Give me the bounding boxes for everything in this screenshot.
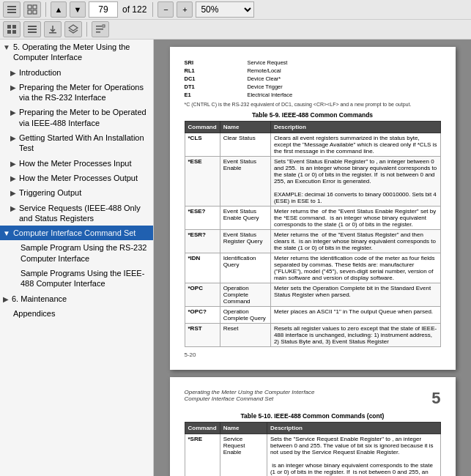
command-cell: *CLS [185, 133, 220, 157]
table-row: *RST Reset Resets all register values to… [185, 324, 440, 347]
desc-cell: Sets "Event Status Enable Register" to ,… [270, 157, 440, 207]
table-row: *ESE? Event Status Enable Query Meter re… [185, 207, 440, 230]
sidebar-item-processes-output[interactable]: ▶ How the Meter Processes Output [0, 171, 153, 185]
chevron-right-icon: ▶ [10, 204, 16, 213]
zoom-select[interactable]: 50% 75% 100% 125% 150% [196, 1, 254, 18]
table-row: *ESR? Event Status Register Query Meter … [185, 230, 440, 253]
sidebar-item-service-requests[interactable]: ▶ Service Requests (IEEE-488 Only and St… [0, 201, 153, 226]
svg-rect-10 [12, 30, 16, 34]
sidebar-item-label: Service Requests (IEEE-488 Only and Stat… [19, 203, 150, 224]
command-cell: *OPC? [185, 307, 220, 324]
svg-rect-9 [7, 30, 11, 34]
table-row: *OPC? Operation Complete Query Meter pla… [185, 307, 440, 324]
pre-table-content: SRIService RequestRL1Remote/LocalDC1Devi… [185, 59, 441, 107]
desc-cell: Meter returns the of the "Event Status R… [270, 230, 440, 253]
signal-row: DT1Device Trigger [185, 83, 441, 91]
table-header-cell: Description [267, 423, 440, 434]
name-cell: Event Status Register Query [220, 230, 270, 253]
toc-toggle-button[interactable] [3, 1, 21, 18]
svg-rect-5 [28, 10, 31, 14]
chevron-right-icon: ▶ [10, 108, 16, 117]
name-cell: Reset [220, 324, 270, 347]
table-title-1: Table 5-9. IEEE-488 Common Commands [185, 111, 441, 119]
chevron-right-icon: ▶ [10, 68, 16, 78]
svg-rect-4 [33, 5, 37, 9]
command-cell: *ESE [185, 157, 220, 207]
svg-rect-7 [7, 25, 11, 29]
svg-rect-0 [7, 6, 16, 7]
desc-cell: Sets the "Service Request Enable Registe… [267, 434, 440, 477]
page2-header-left-bottom: Computer Interface Command Set [185, 395, 315, 402]
sidebar-item-label: Computer Interface Command Set [13, 228, 150, 238]
chevron-right-icon: ▶ [10, 133, 16, 143]
sidebar-item-sample-rs232[interactable]: Sample Program Using the RS-232 Computer… [0, 240, 153, 266]
command-cell: *ESR? [185, 230, 220, 253]
name-cell: Clear Status [220, 133, 270, 157]
chevron-right-icon: ▶ [3, 294, 9, 304]
sidebar-item-label: 6. Maintenance [12, 294, 150, 304]
svg-rect-2 [7, 12, 16, 13]
zoom-in-button[interactable]: + [177, 1, 193, 18]
sidebar-item-label: Getting Started With An Installation Tes… [19, 133, 150, 154]
sidebar-item-appendices[interactable]: Appendices [0, 306, 153, 321]
name-cell: Operation Complete Query [220, 307, 270, 324]
table-header-cell: Description [270, 122, 440, 133]
sidebar-item-ch6[interactable]: ▶ 6. Maintenance [0, 291, 153, 306]
signal-row: RL1Remote/Local [185, 67, 441, 75]
desc-cell: Clears all event registers summarized in… [270, 133, 440, 157]
sidebar-item-prep-ieee[interactable]: ▶ Preparing the Meter to be Operated via… [0, 105, 153, 130]
sidebar-item-ch5[interactable]: ▼ 5. Operating the Meter Using the Compu… [0, 40, 153, 65]
command-cell: *SRE [185, 434, 220, 477]
sidebar-item-computer-interface[interactable]: ▼ Computer Interface Command Set [0, 226, 153, 240]
sidebar-item-label: How the Meter Processes Output [19, 173, 150, 183]
table-row: *IDN Identification Query Meter returns … [185, 253, 440, 283]
sidebar-item-label: Appendices [3, 308, 150, 319]
layers-button[interactable] [64, 21, 82, 37]
svg-rect-16 [96, 26, 102, 27]
page-note: *C (CNTRL C) is the RS-232 equivalent of… [185, 102, 441, 107]
table-row: *SRE Service Request Enable Sets the "Se… [185, 434, 440, 477]
toolbar-secondary [0, 20, 471, 40]
page-down-button[interactable]: ▼ [70, 1, 86, 18]
svg-rect-14 [49, 32, 56, 34]
properties-button[interactable] [92, 21, 109, 37]
toolbar-sep-2 [152, 2, 153, 17]
svg-rect-13 [28, 31, 37, 33]
doc-page-2: Operating the Meter Using the Computer I… [170, 377, 456, 476]
svg-marker-15 [69, 25, 78, 31]
sidebar-item-triggering[interactable]: ▶ Triggering Output [0, 185, 153, 200]
svg-rect-1 [7, 9, 16, 10]
zoom-out-button[interactable]: − [157, 1, 174, 18]
chevron-right-icon: ▶ [10, 188, 16, 198]
svg-rect-17 [96, 29, 103, 30]
attach-button[interactable] [44, 21, 62, 37]
sidebar-item-label: Preparing the Meter for Operations via t… [19, 82, 150, 103]
page2-header: Operating the Meter Using the Computer I… [185, 389, 441, 408]
chevron-down-icon: ▼ [3, 228, 10, 238]
page-up-button[interactable]: ▲ [51, 1, 67, 18]
svg-rect-3 [28, 5, 31, 9]
grid-view-button[interactable] [3, 21, 21, 37]
svg-rect-8 [12, 25, 16, 29]
ieee-488-table-1: CommandNameDescription *CLS Clear Status… [185, 121, 441, 347]
name-cell: Operation Complete Command [220, 283, 270, 307]
sidebar-item-intro[interactable]: ▶ Introduction [0, 65, 153, 80]
ieee-488-table-2: CommandNameDescription *SRE Service Requ… [185, 422, 441, 476]
table-row: *OPC Operation Complete Command Meter se… [185, 283, 440, 307]
list-view-button[interactable] [23, 21, 41, 37]
table-header-cell: Name [220, 122, 270, 133]
sidebar-item-getting-started[interactable]: ▶ Getting Started With An Installation T… [0, 130, 153, 156]
sidebar-item-processes-input[interactable]: ▶ How the Meter Processes Input [0, 156, 153, 171]
sidebar-item-prep-rs232[interactable]: ▶ Preparing the Meter for Operations via… [0, 80, 153, 105]
command-cell: *RST [185, 324, 220, 347]
desc-cell: Meter sets the Operation Complete bit in… [270, 283, 440, 307]
toolbar-sep-3 [86, 22, 87, 37]
signals-table: SRIService RequestRL1Remote/LocalDC1Devi… [185, 59, 441, 99]
sidebar-item-sample-ieee[interactable]: Sample Programs Using the IEEE-488 Compu… [0, 266, 153, 291]
page-number-input[interactable]: 79 [89, 1, 118, 18]
page2-header-left-top: Operating the Meter Using the Computer I… [185, 389, 315, 395]
signal-row: E1Electrical Interface [185, 91, 441, 99]
svg-rect-11 [28, 26, 37, 27]
thumbnails-button[interactable] [23, 1, 41, 18]
page2-chapter-num: 5 [431, 389, 440, 408]
